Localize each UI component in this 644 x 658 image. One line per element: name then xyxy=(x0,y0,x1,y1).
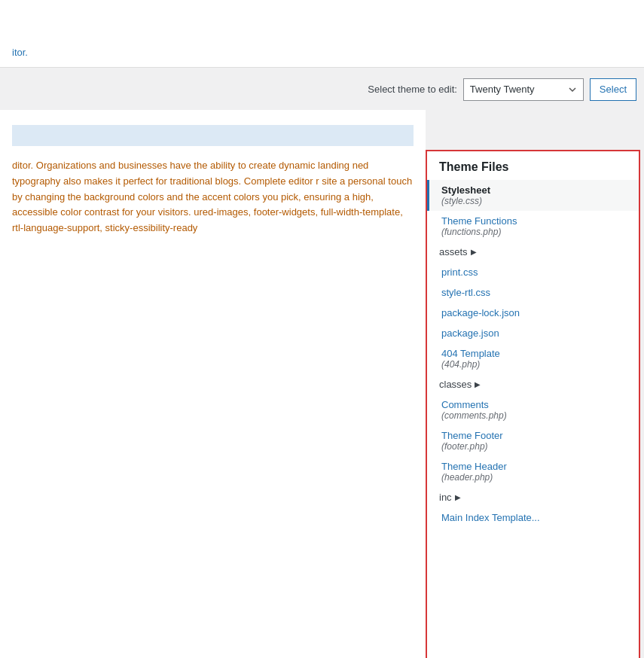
file-panel: Theme Files Stylesheet (style.css) Theme… xyxy=(426,150,640,658)
file-item-package-lock[interactable]: package-lock.json xyxy=(427,303,639,323)
folder-item-classes[interactable]: classes ▶ xyxy=(427,374,639,394)
theme-selector-bar: Select theme to edit: Twenty TwentyTwent… xyxy=(0,69,644,110)
file-name-comments: Comments xyxy=(441,399,627,410)
file-path-404-template: (404.php) xyxy=(441,359,627,370)
file-name-style-rtl: style-rtl.css xyxy=(441,287,627,298)
content-area: ditor. Organizations and businesses have… xyxy=(0,110,426,658)
file-path-theme-header: (header.php) xyxy=(441,472,627,483)
file-item-theme-footer[interactable]: Theme Footer (footer.php) xyxy=(427,425,639,456)
folder-item-inc[interactable]: inc ▶ xyxy=(427,487,639,507)
select-theme-label: Select theme to edit: xyxy=(368,84,457,95)
folder-label-classes: classes xyxy=(439,379,472,390)
file-name-print-css: print.css xyxy=(441,267,627,278)
theme-dropdown[interactable]: Twenty TwentyTwenty Twenty-OneTwenty Twe… xyxy=(463,78,584,101)
file-path-stylesheet: (style.css) xyxy=(441,196,627,206)
file-list-container[interactable]: Stylesheet (style.css) Theme Functions (… xyxy=(427,180,639,658)
file-name-theme-footer: Theme Footer xyxy=(441,430,627,441)
folder-arrow-assets: ▶ xyxy=(471,248,477,256)
file-item-style-rtl[interactable]: style-rtl.css xyxy=(427,282,639,303)
highlighted-bar xyxy=(12,125,414,146)
editor-link[interactable]: itor. xyxy=(12,47,28,58)
file-item-404-template[interactable]: 404 Template (404.php) xyxy=(427,343,639,374)
file-item-comments[interactable]: Comments (comments.php) xyxy=(427,394,639,425)
folder-item-assets[interactable]: assets ▶ xyxy=(427,242,639,262)
file-name-main-template: Main Index Template... xyxy=(441,512,627,523)
file-list: Stylesheet (style.css) Theme Functions (… xyxy=(427,180,639,525)
file-path-comments: (comments.php) xyxy=(441,410,627,421)
file-name-package-lock: package-lock.json xyxy=(441,307,627,318)
select-theme-button[interactable]: Select xyxy=(590,78,636,101)
file-name-stylesheet: Stylesheet xyxy=(441,184,627,196)
folder-arrow-inc: ▶ xyxy=(455,493,461,501)
main-area: Select theme to edit: Twenty TwentyTwent… xyxy=(0,69,644,658)
top-bar: itor. xyxy=(0,0,644,68)
file-path-theme-functions: (functions.php) xyxy=(441,227,627,237)
file-name-theme-header: Theme Header xyxy=(441,461,627,472)
file-item-theme-header[interactable]: Theme Header (header.php) xyxy=(427,456,639,487)
folder-arrow-classes: ▶ xyxy=(475,380,481,388)
file-name-package-json: package.json xyxy=(441,327,627,339)
file-item-print-css[interactable]: print.css xyxy=(427,262,639,282)
folder-label-assets: assets xyxy=(439,246,468,257)
file-item-theme-functions[interactable]: Theme Functions (functions.php) xyxy=(427,211,639,242)
file-path-theme-footer: (footer.php) xyxy=(441,441,627,452)
file-name-404-template: 404 Template xyxy=(441,348,627,359)
folder-label-inc: inc xyxy=(439,492,452,503)
file-item-package-json[interactable]: package.json xyxy=(427,323,639,343)
content-text: ditor. Organizations and businesses have… xyxy=(12,158,414,236)
file-item-stylesheet[interactable]: Stylesheet (style.css) xyxy=(427,180,639,211)
file-item-main-template[interactable]: Main Index Template... xyxy=(427,507,639,525)
file-name-theme-functions: Theme Functions xyxy=(441,215,627,227)
theme-files-title: Theme Files xyxy=(427,151,639,180)
